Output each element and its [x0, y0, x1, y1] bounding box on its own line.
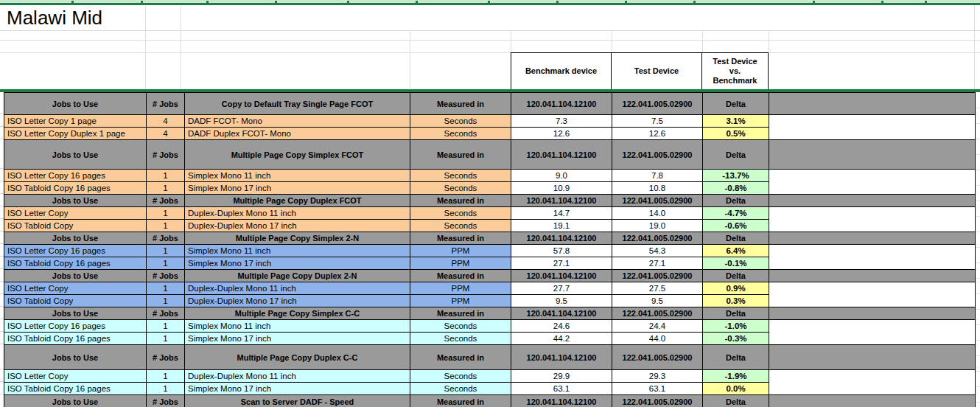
cell-job[interactable]: ISO Letter Copy 16 pages — [4, 170, 147, 182]
cell-job[interactable]: ISO Tabloid Copy 16 pages — [4, 383, 147, 395]
cell-description[interactable]: Simplex Mono 11 inch — [185, 245, 410, 257]
cell-test-value[interactable]: 7.8 — [612, 170, 703, 182]
cell-description[interactable]: Duplex-Duplex Mono 17 inch — [185, 295, 410, 307]
col-header-num-jobs[interactable]: # Jobs — [147, 140, 185, 170]
cell-measured-in[interactable]: PPM — [410, 257, 511, 270]
cell-measured-in[interactable]: PPM — [410, 282, 511, 295]
section-title[interactable]: Multiple Page Copy Duplex C-C — [185, 345, 410, 370]
empty-cell[interactable] — [769, 257, 976, 270]
cell-delta-value[interactable]: 6.4% — [703, 245, 769, 257]
col-header-delta[interactable]: Delta — [703, 270, 769, 282]
cell-measured-in[interactable]: Seconds — [410, 370, 511, 383]
col-header-num-jobs[interactable]: # Jobs — [147, 270, 185, 282]
cell-description[interactable]: Duplex-Duplex Mono 11 inch — [185, 282, 410, 295]
cell-benchmark-value[interactable]: 24.6 — [511, 320, 612, 333]
cell-job[interactable]: ISO Letter Copy — [4, 282, 147, 295]
cell-benchmark-value[interactable]: 63.1 — [511, 383, 612, 395]
cell-job[interactable]: ISO Letter Copy 16 pages — [4, 320, 147, 333]
benchmark-device-id[interactable]: 120.041.104.12100 — [511, 345, 612, 370]
test-device-id[interactable]: 122.041.005.02900 — [612, 307, 703, 320]
test-device-id[interactable]: 122.041.005.02900 — [612, 232, 703, 245]
benchmark-device-id[interactable]: 120.041.104.12100 — [511, 395, 612, 407]
cell-num-jobs[interactable]: 1 — [147, 170, 185, 182]
empty-cell[interactable] — [769, 383, 976, 395]
cell-benchmark-value[interactable]: 57.8 — [511, 245, 612, 257]
col-header-delta[interactable]: Delta — [703, 345, 769, 370]
benchmark-device-id[interactable]: 120.041.104.12100 — [511, 93, 612, 115]
cell-benchmark-value[interactable]: 44.2 — [511, 333, 612, 345]
cell-test-value[interactable]: 10.8 — [612, 182, 703, 195]
benchmark-device-id[interactable]: 120.041.104.12100 — [511, 307, 612, 320]
cell-delta-value[interactable]: -0.6% — [703, 220, 769, 232]
empty-header-cell[interactable] — [769, 270, 976, 282]
cell-measured-in[interactable]: Seconds — [410, 115, 511, 128]
col-header-delta[interactable]: Delta — [703, 93, 769, 115]
cell-measured-in[interactable]: Seconds — [410, 182, 511, 195]
cell-num-jobs[interactable]: 4 — [147, 115, 185, 128]
cell-job[interactable]: ISO Letter Copy — [4, 370, 147, 383]
cell-num-jobs[interactable]: 1 — [147, 295, 185, 307]
empty-cell[interactable] — [769, 282, 976, 295]
section-title[interactable]: Multiple Page Copy Simplex FCOT — [185, 140, 410, 170]
empty-cell[interactable] — [769, 295, 976, 307]
cell-test-value[interactable]: 19.0 — [612, 220, 703, 232]
col-header-measured-in[interactable]: Measured in — [410, 93, 511, 115]
cell-test-value[interactable]: 24.4 — [612, 320, 703, 333]
empty-header-cell[interactable] — [769, 307, 976, 320]
empty-header-cell[interactable] — [769, 345, 976, 370]
cell-num-jobs[interactable]: 1 — [147, 383, 185, 395]
col-header-measured-in[interactable]: Measured in — [410, 195, 511, 207]
col-header-jobs[interactable]: Jobs to Use — [4, 345, 147, 370]
empty-cell[interactable] — [769, 245, 976, 257]
cell-description[interactable]: DADF FCOT- Mono — [185, 115, 410, 128]
cell-delta-value[interactable]: 0.9% — [703, 282, 769, 295]
col-header-num-jobs[interactable]: # Jobs — [147, 195, 185, 207]
cell-delta-value[interactable]: -1.9% — [703, 370, 769, 383]
empty-cell[interactable] — [769, 115, 976, 128]
cell-description[interactable]: DADF Duplex FCOT- Mono — [185, 128, 410, 140]
col-header-delta[interactable]: Delta — [703, 307, 769, 320]
cell-num-jobs[interactable]: 1 — [147, 370, 185, 383]
cell-test-value[interactable]: 27.1 — [612, 257, 703, 270]
col-header-jobs[interactable]: Jobs to Use — [4, 395, 147, 407]
cell-description[interactable]: Simplex Mono 17 inch — [185, 383, 410, 395]
cell-test-value[interactable]: 29.3 — [612, 370, 703, 383]
benchmark-device-id[interactable]: 120.041.104.12100 — [511, 195, 612, 207]
cell-measured-in[interactable]: Seconds — [410, 320, 511, 333]
cell-delta-value[interactable]: -1.0% — [703, 320, 769, 333]
cell-benchmark-value[interactable]: 29.9 — [511, 370, 612, 383]
cell-benchmark-value[interactable]: 27.1 — [511, 257, 612, 270]
col-header-delta[interactable]: Delta — [703, 395, 769, 407]
section-title[interactable]: Scan to Server DADF - Speed — [185, 395, 410, 407]
cell-num-jobs[interactable]: 1 — [147, 333, 185, 345]
col-header-jobs[interactable]: Jobs to Use — [4, 195, 147, 207]
cell-job[interactable]: ISO Tabloid Copy 16 pages — [4, 257, 147, 270]
cell-measured-in[interactable]: PPM — [410, 295, 511, 307]
col-header-num-jobs[interactable]: # Jobs — [147, 93, 185, 115]
cell-benchmark-value[interactable]: 12.6 — [511, 128, 612, 140]
col-header-jobs[interactable]: Jobs to Use — [4, 270, 147, 282]
section-title[interactable]: Multiple Page Copy Simplex C-C — [185, 307, 410, 320]
test-vs-benchmark-header-cell[interactable]: Test Device vs. Benchmark — [702, 52, 769, 90]
section-title[interactable]: Multiple Page Copy Duplex FCOT — [185, 195, 410, 207]
cell-test-value[interactable]: 63.1 — [612, 383, 703, 395]
cell-num-jobs[interactable]: 4 — [147, 128, 185, 140]
cell-test-value[interactable]: 44.0 — [612, 333, 703, 345]
test-device-header-cell[interactable]: Test Device — [612, 52, 702, 90]
cell-test-value[interactable]: 12.6 — [612, 128, 703, 140]
cell-benchmark-value[interactable]: 27.7 — [511, 282, 612, 295]
cell-description[interactable]: Duplex-Duplex Mono 11 inch — [185, 370, 410, 383]
cell-delta-value[interactable]: -0.3% — [703, 333, 769, 345]
cell-num-jobs[interactable]: 1 — [147, 257, 185, 270]
cell-job[interactable]: ISO Letter Copy — [4, 207, 147, 220]
test-device-id[interactable]: 122.041.005.02900 — [612, 140, 703, 170]
benchmark-device-id[interactable]: 120.041.104.12100 — [511, 140, 612, 170]
cell-description[interactable]: Duplex-Duplex Mono 17 inch — [185, 220, 410, 232]
cell-benchmark-value[interactable]: 7.3 — [511, 115, 612, 128]
empty-cell[interactable] — [769, 333, 976, 345]
cell-job[interactable]: ISO Letter Copy 1 page — [4, 115, 147, 128]
cell-measured-in[interactable]: Seconds — [410, 128, 511, 140]
cell-delta-value[interactable]: -4.7% — [703, 207, 769, 220]
col-header-delta[interactable]: Delta — [703, 232, 769, 245]
test-device-id[interactable]: 122.041.005.02900 — [612, 93, 703, 115]
